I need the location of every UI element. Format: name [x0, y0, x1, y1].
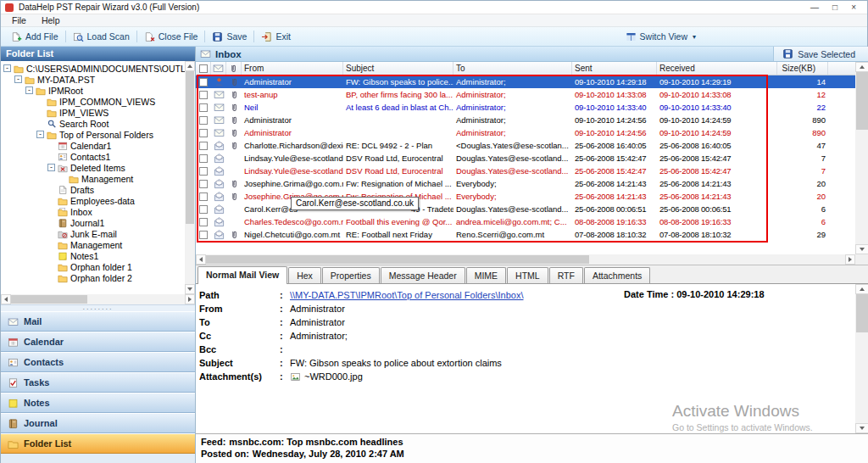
tree-item-notes1[interactable]: Notes1: [1, 250, 185, 261]
tree-scroll-right-button[interactable]: [185, 294, 195, 304]
row-checkbox[interactable]: [199, 231, 208, 239]
tree-item-my-data-pst[interactable]: -MY-DATA.PST: [1, 74, 185, 85]
tab-hex[interactable]: Hex: [288, 267, 321, 283]
path-link[interactable]: \\MY-DATA.PST\IPMRoot\Top of Personal Fo…: [290, 290, 524, 300]
list-scroll-left-button[interactable]: [196, 254, 206, 265]
nav-mail[interactable]: Mail: [1, 311, 195, 332]
column-header-to[interactable]: To: [453, 62, 572, 75]
tree-horizontal-scrollbar[interactable]: [1, 294, 195, 304]
email-row-13[interactable]: Nigel.Chetcuti@go.com.mtRE: Football nex…: [196, 228, 855, 241]
email-row-9[interactable]: Josephine.Grima@go.com.mtFw: Resignation…: [196, 177, 855, 190]
email-row-8[interactable]: Lindsay.Yule@ese-scotland.c...DSV Road L…: [196, 165, 855, 177]
tab-html[interactable]: HTML: [507, 267, 548, 283]
tree-expander-icon[interactable]: -: [47, 164, 55, 171]
email-list-vertical-scrollbar[interactable]: [855, 62, 868, 254]
row-checkbox[interactable]: [199, 205, 208, 214]
column-header-size-kb[interactable]: Size(KB): [777, 62, 828, 75]
toolbar-save-button[interactable]: Save: [205, 27, 253, 46]
email-row-6[interactable]: Charlotte.Richardson@dexio...RE: DCL 949…: [196, 139, 855, 152]
column-header-read-status[interactable]: [211, 62, 226, 75]
row-checkbox[interactable]: [199, 154, 208, 163]
email-row-2[interactable]: test-anupBP, other firms facing 300 la..…: [196, 88, 855, 101]
tree-scroll-down-button[interactable]: [185, 284, 195, 294]
tree-vertical-scrollbar[interactable]: [185, 61, 195, 294]
column-header-subject[interactable]: Subject: [343, 62, 453, 75]
tree-item-ipmroot[interactable]: -IPMRoot: [1, 85, 185, 96]
tab-message-header[interactable]: Message Header: [381, 267, 465, 283]
tree-item-ipm-views[interactable]: IPM_VIEWS: [1, 107, 185, 118]
preview-scroll-up-button[interactable]: [855, 284, 868, 294]
tree-scroll-left-button[interactable]: [1, 294, 11, 304]
tree-item-drafts[interactable]: Drafts: [1, 184, 185, 195]
toolbar-add-file-button[interactable]: Add File: [4, 27, 65, 46]
minimize-button[interactable]: —: [810, 1, 819, 14]
menu-help[interactable]: Help: [34, 15, 68, 25]
close-button[interactable]: ×: [851, 1, 856, 14]
tree-item-c-users-admin-documents-outlook-f[interactable]: -C:\USERS\ADMIN\DOCUMENTS\OUTLOOK F: [1, 63, 185, 74]
email-row-7[interactable]: Lindsay.Yule@ese-scotland.c...DSV Road L…: [196, 152, 855, 165]
nav-calendar[interactable]: Calendar: [1, 332, 195, 352]
switch-view-button[interactable]: Switch View ▾: [619, 31, 703, 42]
tree-item-orphan-folder-1[interactable]: Orphan folder 1: [1, 261, 185, 272]
list-scroll-down-button[interactable]: [855, 244, 868, 254]
list-scroll-up-button[interactable]: [855, 62, 868, 72]
nav-contacts[interactable]: Contacts: [1, 352, 195, 372]
row-checkbox[interactable]: [199, 142, 208, 150]
email-row-12[interactable]: Charles.Tedesco@go.com.mtFootball this e…: [196, 215, 855, 228]
tree-expander-icon[interactable]: -: [25, 86, 33, 94]
nav-journal[interactable]: Journal: [1, 413, 195, 433]
preview-vertical-scrollbar[interactable]: [855, 284, 868, 433]
column-header-received[interactable]: Received: [657, 62, 777, 75]
tree-item-journal1[interactable]: Journal1: [1, 217, 185, 228]
tree-item-orphan-folder-2[interactable]: Orphan folder 2: [1, 272, 185, 283]
toolbar-exit-button[interactable]: Exit: [254, 27, 298, 46]
list-scroll-right-button[interactable]: [845, 254, 855, 265]
row-checkbox[interactable]: [199, 91, 208, 99]
email-row-4[interactable]: AdministratorAdministrator;09-10-2010 14…: [196, 114, 855, 126]
column-header-attachment[interactable]: [226, 62, 242, 75]
tree-item-management[interactable]: Management: [1, 239, 185, 250]
row-checkbox[interactable]: [199, 192, 208, 201]
nav-tasks[interactable]: Tasks: [1, 372, 195, 393]
tab-properties[interactable]: Properties: [322, 267, 380, 283]
maximize-button[interactable]: □: [832, 1, 837, 14]
tree-item-top-of-personal-folders[interactable]: -Top of Personal Folders: [1, 129, 185, 140]
toolbar-load-scan-button[interactable]: Load Scan: [66, 27, 136, 46]
email-list-horizontal-scrollbar[interactable]: [196, 254, 855, 265]
tree-item-management[interactable]: Management: [1, 173, 185, 184]
preview-scroll-down-button[interactable]: [855, 423, 868, 433]
select-all-checkbox[interactable]: [196, 62, 211, 75]
tab-mime[interactable]: MIME: [466, 267, 506, 283]
tab-attachments[interactable]: Attachments: [584, 267, 650, 283]
menu-file[interactable]: File: [4, 15, 34, 25]
email-row-1[interactable]: AdministratorFW: Gibson speaks to police…: [196, 75, 855, 88]
row-checkbox[interactable]: [199, 129, 208, 137]
tree-item-ipm-common-views[interactable]: IPM_COMMON_VIEWS: [1, 96, 185, 107]
tree-item-employees-data[interactable]: Employees-data: [1, 195, 185, 206]
tree-scroll-up-button[interactable]: [185, 61, 195, 71]
tab-normal-mail-view[interactable]: Normal Mail View: [198, 266, 287, 284]
tree-expander-icon[interactable]: -: [36, 131, 44, 138]
column-header-sent[interactable]: Sent: [572, 62, 657, 75]
nav-folder-list[interactable]: Folder List: [1, 433, 195, 454]
save-selected-button[interactable]: Save Selected: [773, 47, 868, 61]
tree-item-calendar1[interactable]: Calendar1: [1, 140, 185, 151]
tree-item-inbox[interactable]: Inbox: [1, 206, 185, 217]
row-checkbox[interactable]: [199, 116, 208, 125]
toolbar-close-file-button[interactable]: Close File: [137, 27, 205, 46]
row-checkbox[interactable]: [199, 167, 208, 176]
row-checkbox[interactable]: [199, 180, 208, 188]
tree-expander-icon[interactable]: -: [14, 75, 22, 83]
splitter-grip[interactable]: [1, 304, 195, 311]
row-checkbox[interactable]: [199, 103, 208, 112]
tree-item-deleted-items[interactable]: -Deleted Items: [1, 162, 185, 173]
tree-item-search-root[interactable]: Search Root: [1, 118, 185, 129]
tree-item-junk-e-mail[interactable]: Junk E-mail: [1, 228, 185, 239]
tree-expander-icon[interactable]: -: [3, 64, 11, 72]
row-checkbox[interactable]: [199, 218, 208, 226]
nav-notes[interactable]: Notes: [1, 393, 195, 413]
email-row-3[interactable]: NeilAt least 6 dead in blast at Ch...Adm…: [196, 101, 855, 114]
column-header-from[interactable]: From: [242, 62, 343, 75]
row-checkbox[interactable]: [199, 78, 208, 86]
tree-item-contacts1[interactable]: Contacts1: [1, 151, 185, 162]
